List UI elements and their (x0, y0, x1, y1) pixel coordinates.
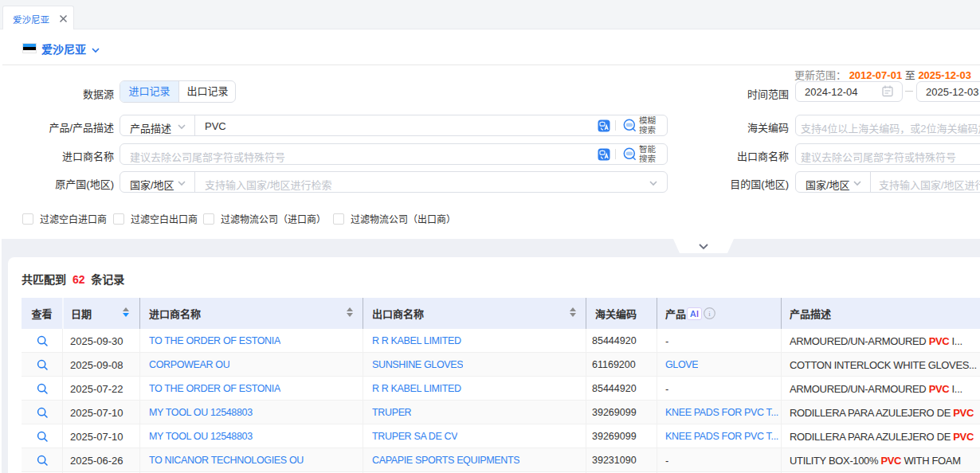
svg-text:i: i (708, 310, 711, 318)
